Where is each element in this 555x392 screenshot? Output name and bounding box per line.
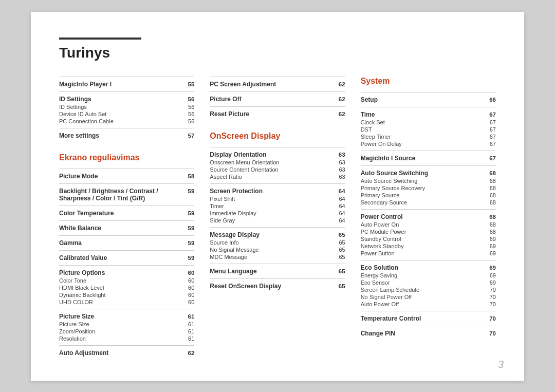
toc-header-label: Screen Protection xyxy=(210,188,335,195)
toc-group: Backlight / Brightness / Contrast / Shar… xyxy=(59,183,194,206)
toc-sub-num: 61 xyxy=(188,335,194,342)
toc-sub-label: Primary Source Recovery xyxy=(361,185,486,191)
toc-header-item: Gamma59 xyxy=(59,239,194,247)
toc-header-item: Message Display65 xyxy=(210,231,345,239)
toc-sub-label: Picture Size xyxy=(59,321,184,327)
toc-header-item: White Balance59 xyxy=(59,224,194,232)
toc-sub-item: Network Standby69 xyxy=(361,242,496,250)
toc-header-num: 55 xyxy=(188,81,195,87)
columns: MagicInfo Player I55ID Settings56ID Sett… xyxy=(59,77,496,360)
toc-sub-num: 67 xyxy=(490,134,496,140)
toc-sub-num: 64 xyxy=(339,217,345,223)
col3: System Setup66Time67Clock Set67DST67Slee… xyxy=(361,77,496,360)
toc-header-item: Change PIN70 xyxy=(361,329,496,338)
toc-sub-item: Onscreen Menu Orientation63 xyxy=(210,159,345,166)
toc-sub-num: 69 xyxy=(490,236,496,242)
toc-sub-num: 68 xyxy=(490,178,496,184)
toc-header-label: Picture Size xyxy=(59,313,184,320)
toc-sub-item: Immediate Display64 xyxy=(210,210,345,217)
toc-header-label: Picture Off xyxy=(210,96,335,103)
toc-sub-num: 63 xyxy=(339,166,345,173)
toc-sub-label: Secondary Source xyxy=(361,199,486,206)
toc-header-num: 60 xyxy=(188,270,195,276)
toc-header-label: MagicInfo I Source xyxy=(361,155,486,162)
toc-sub-label: Device ID Auto Set xyxy=(59,111,184,117)
toc-header-num: 62 xyxy=(339,96,345,102)
toc-header-num: 68 xyxy=(489,214,496,220)
toc-sub-label: No Signal Power Off xyxy=(361,294,486,300)
toc-header-num: 67 xyxy=(489,111,496,118)
toc-sub-item: Energy Saving69 xyxy=(361,272,496,279)
toc-sub-label: PC Module Power xyxy=(361,229,486,235)
toc-group: Auto Adjustment62 xyxy=(59,345,194,360)
toc-header-item: Picture Options60 xyxy=(59,269,194,277)
toc-group: Screen Protection64Pixel Shift64Timer64I… xyxy=(210,183,345,227)
toc-sub-label: PC Connection Cable xyxy=(59,118,184,124)
toc-sub-item: Timer64 xyxy=(210,202,345,210)
toc-header-label: Reset OnScreen Display xyxy=(210,283,335,290)
toc-header-label: Temperature Control xyxy=(361,315,486,322)
toc-group: ID Settings56ID Settings56Device ID Auto… xyxy=(59,91,194,128)
toc-sub-num: 65 xyxy=(339,247,345,253)
toc-sub-item: Source Info65 xyxy=(210,239,345,246)
toc-sub-label: Power Button xyxy=(361,250,486,256)
toc-header-num: 65 xyxy=(339,268,345,274)
toc-group: Auto Source Switching68Auto Source Switc… xyxy=(361,165,496,209)
col2-section-title: OnScreen Display xyxy=(210,132,345,143)
toc-sub-label: ID Settings xyxy=(59,104,184,110)
toc-sub-num: 64 xyxy=(339,196,345,202)
toc-sub-label: Auto Power Off xyxy=(361,301,486,307)
toc-sub-label: Dynamic Backlight xyxy=(59,292,184,298)
toc-sub-label: Pixel Shift xyxy=(210,196,335,202)
col2: PC Screen Adjustment62Picture Off62Reset… xyxy=(210,77,345,360)
toc-header-num: 64 xyxy=(339,188,345,194)
toc-sub-label: HDMI Black Level xyxy=(59,285,184,291)
col2-section-groups: Display Orientation63Onscreen Menu Orien… xyxy=(210,147,345,293)
toc-sub-label: Sleep Timer xyxy=(361,134,486,140)
title-bar xyxy=(59,38,141,40)
toc-group: Power Control68Auto Power On68PC Module … xyxy=(361,209,496,260)
toc-sub-item: ID Settings56 xyxy=(59,103,194,110)
toc-group: Picture Size61Picture Size61Zoom/Positio… xyxy=(59,309,194,345)
toc-header-label: Auto Adjustment xyxy=(59,349,184,357)
toc-group: Temperature Control70 xyxy=(361,311,496,326)
toc-header-label: Picture Options xyxy=(59,269,184,276)
toc-sub-num: 69 xyxy=(490,243,496,249)
col1-section-groups: Picture Mode58Backlight / Brightness / C… xyxy=(59,169,194,360)
toc-header-label: Change PIN xyxy=(361,330,486,337)
toc-sub-num: 68 xyxy=(490,221,496,228)
toc-sub-item: Aspect Ratio63 xyxy=(210,173,345,180)
toc-sub-label: DST xyxy=(361,126,486,133)
toc-sub-label: Source Info xyxy=(210,239,335,246)
toc-header-label: Time xyxy=(361,111,486,118)
toc-sub-item: UHD COLOR60 xyxy=(59,298,194,306)
toc-sub-num: 67 xyxy=(490,141,496,147)
toc-group: Color Temperature59 xyxy=(59,206,194,220)
toc-header-num: 65 xyxy=(339,283,345,289)
col3-section-title: System xyxy=(361,77,496,88)
toc-sub-item: Auto Power Off70 xyxy=(361,301,496,308)
toc-sub-label: Power On Delay xyxy=(361,141,486,147)
toc-header-item: Calibrated Value59 xyxy=(59,254,194,262)
toc-sub-item: Sleep Timer67 xyxy=(361,133,496,140)
toc-sub-num: 61 xyxy=(188,328,194,334)
toc-sub-num: 68 xyxy=(490,192,496,198)
toc-sub-item: Primary Source Recovery68 xyxy=(361,184,496,192)
toc-header-num: 63 xyxy=(339,152,345,158)
toc-sub-num: 60 xyxy=(188,292,194,298)
toc-header-num: 58 xyxy=(188,173,195,179)
toc-sub-item: PC Module Power68 xyxy=(361,228,496,235)
toc-sub-label: Aspect Ratio xyxy=(210,174,335,180)
toc-sub-item: Resolution61 xyxy=(59,335,194,342)
toc-sub-num: 69 xyxy=(490,279,496,286)
toc-header-item: Backlight / Brightness / Contrast / Shar… xyxy=(59,187,194,202)
toc-header-num: 70 xyxy=(489,330,496,337)
toc-group: Picture Options60Color Tone60HDMI Black … xyxy=(59,265,194,309)
toc-sub-label: Zoom/Position xyxy=(59,328,184,334)
toc-sub-label: MDC Message xyxy=(210,254,335,260)
toc-header-item: MagicInfo Player I55 xyxy=(59,80,194,88)
toc-header-num: 56 xyxy=(188,96,195,102)
toc-header-item: ID Settings56 xyxy=(59,95,194,103)
toc-header-item: Temperature Control70 xyxy=(361,314,496,323)
toc-header-item: MagicInfo I Source67 xyxy=(361,154,496,162)
